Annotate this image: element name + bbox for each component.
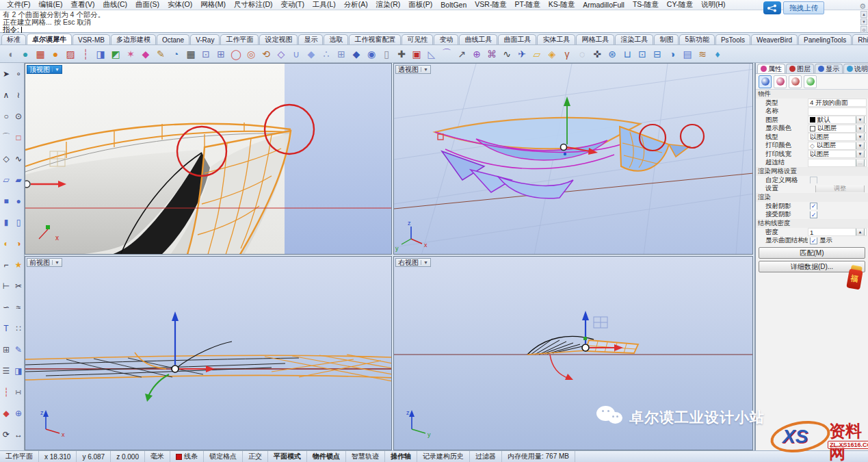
row-value[interactable]: ✓: [808, 202, 867, 210]
row-value[interactable]: [808, 107, 867, 116]
menu-item[interactable]: BoltGen: [436, 1, 471, 9]
menu-item[interactable]: ArmadilloFull: [579, 1, 629, 9]
note-props-icon[interactable]: [804, 75, 817, 88]
nodes-tool-icon[interactable]: ∷: [13, 322, 25, 334]
checker-map-icon[interactable]: ▨: [63, 47, 78, 62]
grid-snap-icon[interactable]: ⊞: [334, 47, 349, 62]
toolbar-tab[interactable]: 卓尔谟犀牛: [27, 34, 72, 44]
status-segment[interactable]: 智慧轨迹: [346, 451, 385, 462]
menu-item[interactable]: 文件(F): [3, 0, 34, 10]
toolbar-tab[interactable]: 5新功能: [679, 34, 715, 44]
checkbox[interactable]: [810, 177, 817, 184]
menu-item[interactable]: 面板(P): [404, 0, 436, 10]
move-tool-icon[interactable]: ✚: [394, 47, 409, 62]
monitor-icon[interactable]: ⊟: [650, 47, 665, 62]
toolbar-tab[interactable]: 渲染工具: [615, 34, 653, 44]
blue-gem-icon[interactable]: ◆: [349, 47, 364, 62]
hammer-icon[interactable]: ✜: [590, 47, 605, 62]
toolbar-tab[interactable]: 显示: [298, 34, 323, 44]
helix-tool-icon[interactable]: ∿: [13, 153, 25, 164]
viewport-top-label[interactable]: 顶视图▼: [27, 65, 62, 74]
copy-display-icon[interactable]: ⊡: [198, 47, 213, 62]
command-scrollbar[interactable]: ▲ ▼ ⊙: [860, 11, 867, 33]
render-window-icon[interactable]: ▦: [33, 47, 48, 62]
toolbar-tab[interactable]: 可见性: [402, 34, 433, 44]
boolean-union-icon[interactable]: ◐: [1, 238, 12, 249]
menu-item[interactable]: 曲线(C): [98, 0, 131, 10]
rotate-tool-icon[interactable]: ⟳: [1, 428, 12, 440]
status-segment[interactable]: 正交: [243, 451, 268, 462]
row-value[interactable]: 1▲: [808, 228, 867, 236]
dropdown-button[interactable]: ▼: [856, 150, 865, 158]
menu-item[interactable]: 尺寸标注(D): [230, 0, 277, 10]
gamma-icon[interactable]: γ: [560, 47, 575, 62]
rotate-view-icon[interactable]: ⟲: [259, 47, 274, 62]
upload-button[interactable]: 拖拽上传: [783, 1, 824, 14]
mirror-tool-icon[interactable]: ⊕: [13, 407, 25, 419]
menu-item[interactable]: 实体(O): [163, 0, 196, 10]
row-value[interactable]: [808, 176, 867, 184]
checkbox[interactable]: ✓: [810, 203, 817, 210]
point-cloud-icon[interactable]: ∴: [319, 47, 334, 62]
tab-properties[interactable]: 属性: [757, 64, 785, 73]
object-props-icon[interactable]: [759, 75, 772, 88]
menu-item[interactable]: 编辑(E): [34, 0, 66, 10]
menu-item[interactable]: PT-随意: [510, 0, 544, 10]
menu-item[interactable]: 分析(A): [340, 0, 372, 10]
toolbar-tab[interactable]: RhinoGold: [852, 34, 868, 44]
menu-item[interactable]: KS-随意: [544, 0, 579, 10]
tube-tool-icon[interactable]: ▯: [13, 216, 25, 228]
viewport-perspective-canvas[interactable]: z x y: [394, 64, 753, 255]
scroll-down-icon[interactable]: ▼: [860, 18, 867, 25]
blend-tool-icon[interactable]: ∽: [1, 301, 12, 313]
wheel-icon[interactable]: ⊛: [605, 47, 620, 62]
trim-tool-icon[interactable]: ✂: [13, 280, 25, 292]
dropdown-button[interactable]: ▼: [856, 142, 865, 150]
toolbar-tab[interactable]: 网格工具: [576, 34, 614, 44]
cylinder-tool-icon[interactable]: ▮: [1, 216, 12, 228]
row-value[interactable]: …: [808, 159, 867, 167]
row-value[interactable]: 调整: [808, 185, 867, 193]
gem-tool-icon[interactable]: ◆: [1, 407, 12, 419]
wave-curve-icon[interactable]: ∿: [499, 47, 514, 62]
drop-icon[interactable]: ♦: [710, 47, 725, 62]
sphere-tool-icon[interactable]: ●: [13, 195, 25, 207]
menu-item[interactable]: CY-随意: [663, 0, 697, 10]
boolean-diff-icon[interactable]: ◑: [13, 238, 25, 249]
note-icon[interactable]: ▱: [529, 47, 544, 62]
texture-props-icon[interactable]: [789, 75, 802, 88]
toolbar-tab[interactable]: 标准: [1, 34, 26, 44]
viewport-front-label[interactable]: 前视图▼: [27, 258, 62, 267]
toolbar-tab[interactable]: PanelingTools: [798, 34, 852, 44]
dot-ring-icon[interactable]: ◌: [575, 47, 590, 62]
arrow-ne-icon[interactable]: ↗: [454, 47, 469, 62]
circle-tool-icon[interactable]: ○: [1, 110, 12, 122]
toolbar-tab[interactable]: PsTools: [715, 34, 750, 44]
explode-tool-icon[interactable]: ★: [13, 259, 25, 270]
adjust-button[interactable]: 调整: [815, 185, 865, 193]
dropdown-button[interactable]: ▼: [856, 133, 865, 141]
select-tool-icon[interactable]: ➤: [1, 68, 12, 79]
join-tool-icon[interactable]: ⊢: [1, 280, 12, 292]
circle-select-icon[interactable]: ◯: [228, 47, 244, 62]
dropdown-button[interactable]: ▼: [856, 116, 865, 124]
status-segment[interactable]: 锁定格点: [204, 451, 243, 462]
fan-icon[interactable]: ✈: [514, 47, 529, 62]
toolbar-tab[interactable]: 选取: [324, 34, 348, 44]
target-icon[interactable]: ◎: [244, 47, 259, 62]
tab-layers[interactable]: 图层: [786, 64, 814, 73]
status-segment[interactable]: 平面模式: [268, 451, 307, 462]
row-value[interactable]: 默认▼: [808, 116, 867, 124]
status-segment[interactable]: 工作平面: [0, 451, 39, 462]
chevron-down-icon[interactable]: ▼: [52, 67, 60, 72]
ghosted-cube-icon[interactable]: ◩: [108, 47, 123, 62]
menu-item[interactable]: 曲面(S): [131, 0, 163, 10]
row-value[interactable]: 4 开放的曲面: [808, 99, 867, 107]
menu-item[interactable]: 说明(H): [697, 0, 730, 10]
tab-notes[interactable]: 说明: [843, 64, 868, 73]
toolbar-tab[interactable]: V-Ray: [190, 34, 220, 44]
command-history[interactable]: 有 2 个曲面被分割为 4 个部分。 正在建立网格... 按 Esc 取消 指令…: [0, 10, 868, 33]
toolbar-tab[interactable]: WeaverBird: [751, 34, 798, 44]
loft-tool-icon[interactable]: ▰: [13, 174, 25, 185]
tab-display[interactable]: 显示: [815, 64, 843, 73]
